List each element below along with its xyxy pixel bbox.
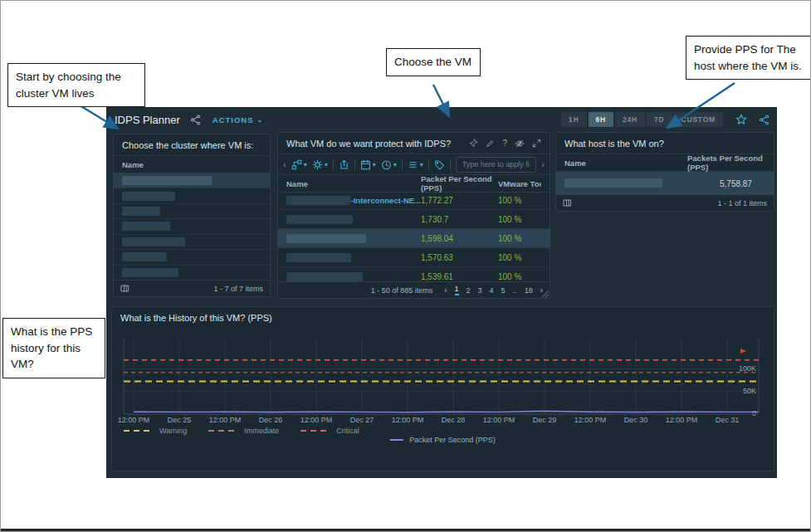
- legend-label: Immediate: [244, 427, 279, 435]
- vmware-tools-value: 100 %: [498, 215, 550, 224]
- host-row[interactable]: 5,758.87: [556, 172, 774, 196]
- column-pps[interactable]: Packet Per Second (PPS): [421, 174, 498, 193]
- calendar-icon[interactable]: ▾: [360, 159, 376, 170]
- page: Start by choosing the cluster VM lives C…: [0, 0, 811, 532]
- cluster-row[interactable]: [114, 250, 270, 265]
- cluster-row[interactable]: [114, 204, 270, 219]
- legend-warning[interactable]: Warning: [124, 427, 187, 435]
- host-rows: 5,758.87: [556, 172, 774, 196]
- cluster-row[interactable]: [114, 219, 270, 234]
- vm-panel-title-text: What VM do we want protect with IDPS?: [286, 139, 451, 149]
- column-pps[interactable]: Packets Per Second (PPS): [687, 154, 765, 172]
- page-18[interactable]: 18: [525, 286, 533, 295]
- svg-text:Dec 31: Dec 31: [716, 416, 740, 423]
- host-column-header[interactable]: Name Packets Per Second (PPS): [556, 154, 774, 172]
- vmware-tools-value: 100 %: [498, 196, 550, 205]
- list-icon[interactable]: ▾: [408, 159, 423, 170]
- redacted-vm-name: [286, 234, 366, 243]
- callout-host: Provide PPS for The host where the VM is…: [686, 36, 811, 80]
- svg-text:Dec 26: Dec 26: [259, 416, 283, 423]
- actions-menu[interactable]: ACTIONS ⌄: [213, 115, 263, 124]
- eye-off-icon[interactable]: [515, 139, 525, 149]
- time-range-1h[interactable]: 1H: [561, 112, 586, 127]
- page-..[interactable]: ..: [513, 286, 517, 295]
- column-name[interactable]: Name: [564, 159, 687, 168]
- dashboard-header: IDPS Planner ACTIONS ⌄ 1H6H24H7DCUSTOM: [106, 107, 777, 132]
- legend-critical[interactable]: Critical: [300, 427, 359, 435]
- redacted-vm-name: [286, 215, 353, 224]
- hierarchy-icon[interactable]: ▾: [291, 159, 307, 170]
- redacted-cluster-name: [122, 222, 170, 231]
- column-name[interactable]: Name: [286, 179, 421, 188]
- svg-text:12:00 PM: 12:00 PM: [209, 416, 242, 423]
- legend-dash-swatch: [300, 430, 330, 432]
- legend-immediate[interactable]: Immediate: [208, 427, 279, 435]
- svg-text:Dec 27: Dec 27: [350, 416, 374, 423]
- vm-row[interactable]: -Interconnect-NE...1,772.27100 %: [278, 191, 550, 210]
- expand-icon[interactable]: [532, 139, 541, 148]
- page-2[interactable]: 2: [467, 286, 471, 295]
- cluster-row[interactable]: [114, 266, 270, 281]
- separator: [354, 159, 355, 170]
- page-1[interactable]: 1: [455, 285, 459, 295]
- pps-history-chart[interactable]: 100K50K012:00 PMDec 2512:00 PMDec 2612:0…: [112, 307, 774, 423]
- cluster-row[interactable]: [114, 188, 270, 203]
- tag-icon[interactable]: [434, 159, 445, 170]
- separator: [402, 159, 403, 170]
- columns-icon[interactable]: [563, 198, 572, 207]
- redacted-cluster-name: [122, 176, 212, 185]
- gear-icon[interactable]: ▾: [312, 159, 328, 170]
- vmware-tools-value: 100 %: [498, 272, 550, 281]
- svg-text:0: 0: [752, 409, 756, 417]
- column-vmware-tools[interactable]: VMware Tools Up: [498, 179, 541, 188]
- vm-footer: 1 - 50 of 885 items ‹12345..18›: [278, 281, 550, 298]
- page-title: IDPS Planner: [115, 114, 180, 126]
- pin-icon[interactable]: [469, 139, 478, 148]
- columns-icon[interactable]: [120, 284, 129, 293]
- svg-text:12:00 PM: 12:00 PM: [300, 416, 333, 423]
- star-icon[interactable]: [735, 114, 747, 125]
- page-3[interactable]: 3: [478, 286, 482, 295]
- page-4[interactable]: 4: [490, 286, 494, 295]
- legend-label: Packet Per Second (PPS): [409, 436, 496, 444]
- time-range-6h[interactable]: 6H: [589, 112, 613, 127]
- actions-label: ACTIONS: [213, 115, 254, 124]
- share-icon[interactable]: [759, 115, 769, 125]
- cluster-footer: 1 - 7 of 7 items: [114, 280, 270, 296]
- chart-panel: What is the History of this VM? (PPS) 10…: [111, 306, 774, 471]
- series-legend[interactable]: Packet Per Second (PPS): [112, 436, 774, 444]
- column-name[interactable]: Name: [122, 160, 144, 169]
- host-footer: 1 - 1 of 1 items: [556, 194, 774, 211]
- vm-column-header[interactable]: Name Packet Per Second (PPS) VMware Tool…: [278, 175, 550, 193]
- export-icon[interactable]: [339, 159, 349, 170]
- filter-input[interactable]: [456, 157, 537, 173]
- svg-text:12:00 PM: 12:00 PM: [666, 416, 698, 423]
- help-icon[interactable]: ?: [502, 139, 507, 148]
- chevron-right-icon[interactable]: ›: [541, 159, 545, 169]
- time-range-7d[interactable]: 7D: [647, 112, 672, 127]
- clock-icon[interactable]: ▾: [381, 159, 397, 170]
- redacted-cluster-name: [122, 268, 178, 277]
- vm-row[interactable]: 1,570.63100 %: [278, 248, 550, 267]
- page-5[interactable]: 5: [501, 286, 506, 295]
- vm-name-link[interactable]: -Interconnect-NE...: [351, 196, 421, 205]
- svg-text:Dec 29: Dec 29: [533, 416, 557, 423]
- time-range-custom[interactable]: CUSTOM: [674, 112, 723, 127]
- pps-value: 1,570.63: [421, 253, 498, 262]
- cluster-row[interactable]: [114, 173, 270, 188]
- time-range-24h[interactable]: 24H: [615, 112, 645, 127]
- share-icon[interactable]: [190, 115, 201, 125]
- host-count: 1 - 1 of 1 items: [717, 199, 767, 207]
- cluster-row[interactable]: [114, 235, 270, 250]
- page-prev-icon[interactable]: ‹: [444, 286, 447, 295]
- resize-handle[interactable]: [542, 290, 549, 297]
- vm-count: 1 - 50 of 885 items: [371, 286, 433, 295]
- vm-row[interactable]: 1,730.7100 %: [278, 210, 550, 229]
- edit-icon[interactable]: [486, 139, 495, 148]
- vm-row[interactable]: 1,598.04100 %: [278, 229, 550, 248]
- cluster-rows: [114, 173, 270, 281]
- time-range-group: 1H6H24H7DCUSTOM: [561, 112, 723, 127]
- cluster-column-header[interactable]: Name: [114, 156, 270, 173]
- vmware-tools-value: 100 %: [498, 234, 550, 243]
- chevron-left-icon[interactable]: ‹: [283, 159, 286, 169]
